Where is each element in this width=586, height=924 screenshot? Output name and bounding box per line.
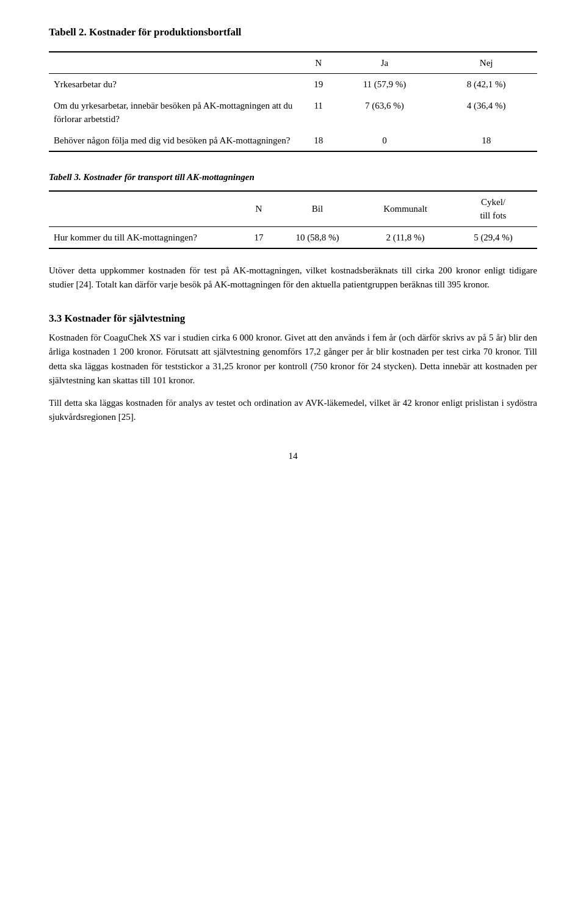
table2-row3-question: Behöver någon följa med dig vid besöken …: [49, 130, 303, 152]
table2-row3-nej: 18: [435, 130, 537, 152]
table3-row1-cykel: 5 (29,4 %): [449, 226, 537, 248]
table3-col-header-kommunalt: Kommunalt: [361, 191, 449, 227]
table2-col-header-ja: Ja: [334, 52, 436, 74]
section-3-3-heading: 3.3 Kostnader för självtestning: [49, 311, 537, 327]
table-row: Hur kommer du till AK-mottagningen? 17 1…: [49, 226, 537, 248]
table2-row2-question: Om du yrkesarbetar, innebär besöken på A…: [49, 95, 303, 130]
table3-col-header-question: [49, 191, 244, 227]
table2-row1-ja: 11 (57,9 %): [334, 74, 436, 95]
section3-3-paragraph1: Kostnaden för CoaguChek XS var i studien…: [49, 331, 537, 388]
table3-row1-n: 17: [244, 226, 273, 248]
table3-row1-kommunalt: 2 (11,8 %): [361, 226, 449, 248]
table2-col-header-n: N: [303, 52, 334, 74]
table2-row3-n: 18: [303, 130, 334, 152]
table2-title: Tabell 2. Kostnader för produktionsbortf…: [49, 24, 537, 40]
table3-label: Tabell 3. Kostnader för transport till A…: [49, 170, 537, 184]
section3-3-paragraph2: Till detta ska läggas kostnaden för anal…: [49, 396, 537, 425]
table2-row2-n: 11: [303, 95, 334, 130]
table-row: Yrkesarbetar du? 19 11 (57,9 %) 8 (42,1 …: [49, 74, 537, 95]
page: Tabell 2. Kostnader för produktionsbortf…: [0, 0, 586, 924]
table-row: Behöver någon följa med dig vid besöken …: [49, 130, 537, 152]
table-row: Om du yrkesarbetar, innebär besöken på A…: [49, 95, 537, 130]
table2-row1-n: 19: [303, 74, 334, 95]
table2-row3-ja: 0: [334, 130, 436, 152]
paragraph1: Utöver detta uppkommer kostnaden för tes…: [49, 264, 537, 292]
page-number: 14: [49, 449, 537, 463]
table2-col-header-question: [49, 52, 303, 74]
table2-row1-nej: 8 (42,1 %): [435, 74, 537, 95]
table3-col-header-n: N: [244, 191, 273, 227]
table2-row2-nej: 4 (36,4 %): [435, 95, 537, 130]
table2-col-header-nej: Nej: [435, 52, 537, 74]
table2-row1-question: Yrkesarbetar du?: [49, 74, 303, 95]
table3-row1-question: Hur kommer du till AK-mottagningen?: [49, 226, 244, 248]
table3-row1-bil: 10 (58,8 %): [273, 226, 361, 248]
table3-col-header-bil: Bil: [273, 191, 361, 227]
table3: N Bil Kommunalt Cykel/ till fots Hur kom…: [49, 190, 537, 250]
table3-col-header-cykel: Cykel/ till fots: [449, 191, 537, 227]
table2: N Ja Nej Yrkesarbetar du? 19 11 (57,9 %)…: [49, 51, 537, 153]
table2-row2-ja: 7 (63,6 %): [334, 95, 436, 130]
